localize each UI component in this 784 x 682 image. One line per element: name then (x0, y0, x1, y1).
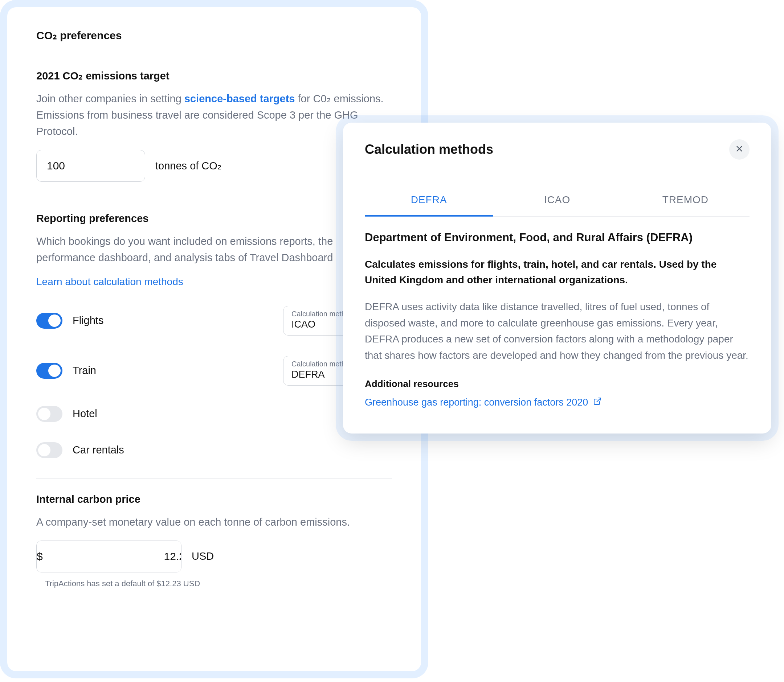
reporting-row-train: Train Calculation method * DEFRA (36, 356, 392, 386)
target-suffix: tonnes of CO₂ (155, 159, 222, 172)
divider (36, 55, 392, 55)
reporting-row-hotel: Hotel (36, 406, 392, 422)
external-link-icon (593, 397, 602, 408)
tab-icao[interactable]: ICAO (493, 187, 621, 217)
reporting-row-car-rentals: Car rentals (36, 442, 392, 458)
svg-line-2 (597, 398, 601, 402)
tab-tremod[interactable]: TREMOD (621, 187, 749, 217)
car-rentals-toggle[interactable] (36, 442, 62, 458)
price-heading: Internal carbon price (36, 493, 392, 505)
method-tabs: DEFRA ICAO TREMOD (343, 175, 771, 217)
modal-title: Calculation methods (365, 142, 493, 157)
method-body: DEFRA uses activity data like distance t… (365, 299, 749, 364)
science-based-targets-link[interactable]: science-based targets (184, 93, 295, 105)
learn-methods-link[interactable]: Learn about calculation methods (36, 276, 183, 288)
flights-toggle[interactable] (36, 313, 62, 329)
hotel-label: Hotel (73, 408, 97, 420)
train-label: Train (73, 365, 96, 376)
car-rentals-label: Car rentals (73, 444, 124, 456)
divider (36, 198, 392, 198)
method-subheading: Calculates emissions for flights, train,… (365, 257, 749, 288)
divider (36, 478, 392, 479)
target-description: Join other companies in setting science-… (36, 91, 392, 140)
price-hint: TripActions has set a default of $12.23 … (45, 579, 392, 588)
close-icon (735, 145, 743, 154)
carbon-price-input-group: $ (36, 540, 182, 572)
currency-symbol: $ (37, 541, 43, 572)
emissions-target-input[interactable] (36, 150, 145, 182)
flights-label: Flights (73, 314, 104, 327)
tab-defra[interactable]: DEFRA (365, 187, 493, 217)
reporting-row-flights: Flights Calculation method * ICAO (36, 306, 392, 336)
carbon-price-input[interactable] (43, 541, 182, 572)
reporting-heading: Reporting preferences (36, 213, 392, 225)
card-title: CO₂ preferences (36, 29, 392, 42)
price-description: A company-set monetary value on each ton… (36, 514, 392, 531)
close-button[interactable] (729, 139, 749, 159)
calculation-methods-modal: Calculation methods DEFRA ICAO TREMOD De… (343, 123, 771, 433)
currency-code: USD (192, 550, 214, 562)
reporting-description: Which bookings do you want included on e… (36, 233, 392, 266)
target-heading: 2021 CO₂ emissions target (36, 70, 392, 82)
hotel-toggle[interactable] (36, 406, 62, 422)
resources-title: Additional resources (365, 378, 749, 390)
method-heading: Department of Environment, Food, and Rur… (365, 231, 749, 244)
resource-link[interactable]: Greenhouse gas reporting: conversion fac… (365, 397, 602, 408)
train-toggle[interactable] (36, 363, 62, 379)
